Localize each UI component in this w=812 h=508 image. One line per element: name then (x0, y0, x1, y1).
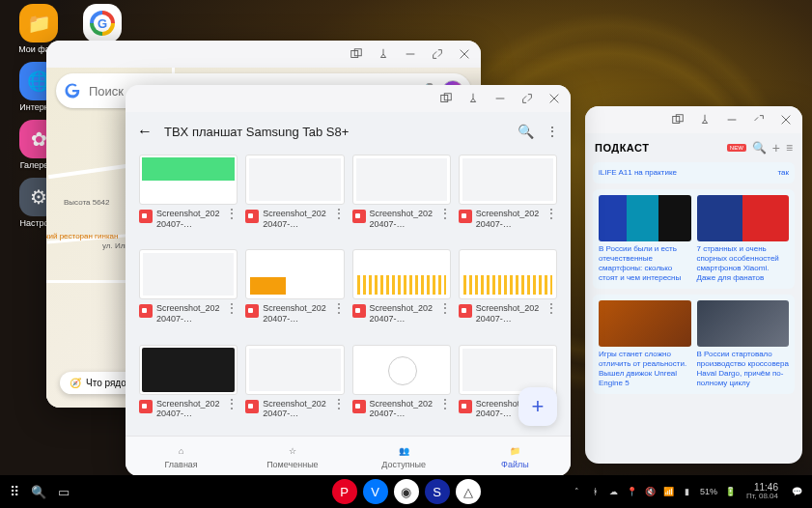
multiwindow-icon[interactable] (439, 92, 453, 105)
taskbar-app-drive[interactable]: △ (456, 479, 481, 504)
multiwindow-icon[interactable] (350, 47, 363, 61)
tab-starred[interactable]: ☆Помеченные (237, 437, 348, 476)
add-fab[interactable]: + (518, 387, 557, 426)
taskbar-apps: PV◉S△ (332, 479, 481, 504)
pin-icon[interactable] (377, 47, 390, 61)
maximize-icon[interactable] (520, 92, 534, 105)
file-item[interactable]: Screenshot_20220407-… ⋮ (139, 345, 238, 432)
folder-title: TBX планшат Samsung Tab S8+ (164, 125, 506, 139)
more-icon[interactable]: ⋮ (439, 303, 451, 313)
taskbar-app-samsung[interactable]: S (425, 479, 450, 504)
search-icon[interactable]: 🔍 (752, 141, 767, 155)
maximize-icon[interactable] (752, 113, 766, 127)
menu-icon[interactable]: ≡ (786, 141, 793, 155)
more-icon[interactable]: ⋮ (226, 303, 238, 313)
news-card-grid2: Игры станет сложно отличить от реальност… (593, 295, 795, 394)
more-icon[interactable]: ⋮ (333, 209, 345, 218)
minimize-icon[interactable] (493, 92, 507, 105)
new-badge: NEW (727, 144, 746, 152)
minimize-icon[interactable] (404, 47, 417, 61)
file-item[interactable]: Screenshot_20220407-… ⋮ (245, 345, 344, 432)
add-icon[interactable]: + (772, 140, 780, 155)
notifications-icon[interactable]: 💬 (791, 486, 802, 497)
file-item[interactable]: Screenshot_20220407-… ⋮ (139, 249, 238, 336)
image-type-icon (459, 210, 472, 223)
location-icon[interactable]: 📍 (627, 486, 638, 497)
file-item[interactable]: Screenshot_20220407-… ⋮ (352, 345, 451, 432)
more-icon[interactable]: ⋮ (226, 399, 238, 409)
more-icon[interactable]: ⋮ (546, 209, 557, 218)
files-grid[interactable]: Screenshot_20220407-… ⋮ Screenshot_20220… (126, 151, 571, 436)
more-icon[interactable]: ⋮ (546, 303, 557, 313)
news-window: ПОДКАСТ NEW 🔍 + ≡ iLIFE A11 на практике … (585, 106, 802, 464)
mute-icon[interactable]: 🔇 (645, 486, 657, 497)
taskbar-app-chrome[interactable]: ◉ (394, 479, 419, 504)
recents-icon[interactable]: ▭ (58, 485, 70, 499)
wifi-icon[interactable]: 📶 (663, 486, 675, 497)
taskbar-app-vk[interactable]: V (363, 479, 388, 504)
close-icon[interactable] (779, 113, 793, 127)
news-article[interactable]: В России были и есть отечественные смарт… (599, 195, 691, 283)
article-image (697, 300, 790, 347)
file-thumbnail (245, 155, 344, 205)
file-name: Screenshot_20220407-… (370, 399, 435, 420)
more-icon[interactable]: ⋮ (546, 124, 559, 139)
back-icon[interactable]: ← (137, 123, 153, 140)
file-item[interactable]: Screenshot_20220407-… ⋮ (459, 249, 557, 336)
pin-icon[interactable] (466, 92, 480, 105)
news-header: ПОДКАСТ NEW 🔍 + ≡ (585, 133, 802, 162)
file-thumbnail (459, 249, 557, 299)
file-thumbnail (352, 249, 451, 299)
file-item[interactable]: Screenshot_20220407-… ⋮ (245, 155, 344, 241)
file-item[interactable]: Screenshot_20220407-… ⋮ (352, 249, 451, 336)
folder-icon: 📁 (507, 443, 522, 459)
more-icon[interactable]: ⋮ (439, 399, 451, 409)
google-g-icon (64, 82, 81, 99)
search-icon[interactable]: 🔍 (518, 124, 534, 139)
file-thumbnail (352, 345, 451, 395)
image-type-icon (245, 400, 259, 413)
battery-percent: 51% (700, 487, 717, 496)
pin-icon[interactable] (698, 113, 712, 127)
image-type-icon (352, 304, 366, 318)
file-item[interactable]: Screenshot_20220407-… ⋮ (459, 155, 557, 241)
file-item[interactable]: Screenshot_20220407-… ⋮ (245, 249, 344, 336)
taskbar-app-pinterest[interactable]: P (332, 479, 357, 504)
cloud-icon[interactable]: ☁ (608, 486, 620, 497)
file-thumbnail (459, 155, 557, 205)
file-item[interactable]: Screenshot_20220407-… ⋮ (352, 155, 451, 241)
minimize-icon[interactable] (725, 113, 739, 127)
battery-icon[interactable]: 🔋 (724, 486, 736, 497)
image-type-icon (352, 210, 366, 223)
apps-grid-icon[interactable]: ⠿ (10, 484, 19, 499)
tab-files[interactable]: 📁Файлы (460, 437, 571, 476)
news-article[interactable]: Игры станет сложно отличить от реальност… (599, 300, 691, 388)
home-icon: ⌂ (174, 443, 189, 459)
image-type-icon (352, 400, 366, 413)
bluetooth-icon[interactable]: ᚼ (590, 486, 602, 497)
search-icon[interactable]: 🔍 (31, 485, 46, 499)
close-icon[interactable] (547, 92, 561, 105)
article-image (599, 300, 691, 347)
news-scroll[interactable]: iLIFE A11 на практике так В России были … (585, 162, 802, 464)
more-icon[interactable]: ⋮ (439, 209, 451, 218)
more-icon[interactable]: ⋮ (333, 303, 345, 313)
more-icon[interactable]: ⋮ (333, 399, 345, 409)
more-icon[interactable]: ⋮ (226, 209, 238, 218)
clock[interactable]: 11:46 Пт, 08.04 (746, 482, 778, 501)
tab-shared[interactable]: 👥Доступные (349, 437, 460, 476)
maps-titlebar (46, 41, 481, 68)
file-item[interactable]: Screenshot_20220407-… ⋮ (139, 155, 238, 241)
file-name: Screenshot_20220407-… (263, 399, 328, 420)
tab-home[interactable]: ⌂Главная (126, 437, 237, 476)
news-article[interactable]: 7 странных и очень спорных особенностей … (697, 195, 790, 283)
map-poi[interactable]: ский ресторан гинкан (46, 232, 118, 240)
multiwindow-icon[interactable] (671, 113, 685, 127)
maximize-icon[interactable] (431, 47, 444, 61)
news-article[interactable]: В России стартовало производство кроссов… (697, 300, 790, 388)
image-type-icon (245, 210, 259, 223)
close-icon[interactable] (458, 47, 471, 61)
signal-icon[interactable]: ▮ (682, 486, 693, 497)
news-card-top[interactable]: iLIFE A11 на практике так (593, 162, 795, 183)
chevron-up-icon[interactable]: ˄ (572, 486, 583, 497)
